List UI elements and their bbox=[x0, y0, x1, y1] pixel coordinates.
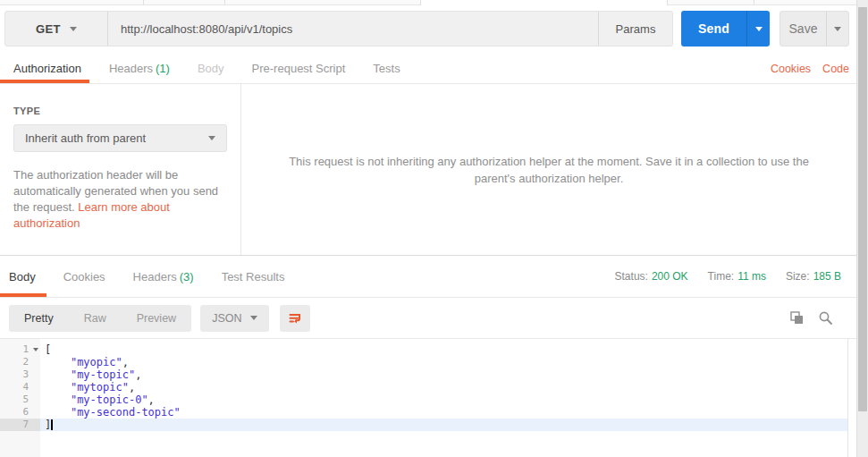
code-line[interactable]: 1 [ bbox=[0, 343, 847, 356]
method-label: GET bbox=[36, 22, 61, 36]
line-number: 6 bbox=[0, 406, 40, 419]
vertical-scrollbar[interactable] bbox=[856, 0, 868, 457]
status-value: 200 OK bbox=[652, 270, 688, 283]
code-line-active[interactable]: 7 ] bbox=[0, 419, 847, 431]
tab-bar-remnant bbox=[0, 0, 856, 5]
tab-divider bbox=[224, 0, 225, 4]
response-toolbar: Pretty Raw Preview JSON bbox=[0, 298, 856, 339]
response-tab-test-results[interactable]: Test Results bbox=[222, 270, 285, 284]
active-tab-remnant bbox=[420, 0, 668, 5]
response-tab-body[interactable]: Body bbox=[9, 270, 36, 284]
response-headers-count-badge: (3) bbox=[180, 270, 194, 284]
tab-divider bbox=[143, 0, 144, 4]
auth-help-text: The authorization header will be automat… bbox=[13, 167, 226, 232]
line-number: 4 bbox=[0, 381, 40, 394]
chevron-down-icon bbox=[250, 316, 257, 320]
size-value: 185 B bbox=[813, 270, 841, 283]
response-tab-cookies[interactable]: Cookies bbox=[63, 270, 105, 284]
tab-tests[interactable]: Tests bbox=[373, 62, 400, 75]
view-mode-preview[interactable]: Preview bbox=[122, 305, 191, 332]
response-panel: Body Cookies Headers(3) Test Results Sta… bbox=[0, 255, 856, 457]
code-line[interactable]: 5 "my-topic-0", bbox=[0, 394, 847, 406]
url-input[interactable] bbox=[108, 12, 598, 46]
time-badge: Time:11 ms bbox=[708, 270, 766, 283]
scrollbar-thumb[interactable] bbox=[858, 7, 867, 411]
code-line[interactable]: 4 "mytopic", bbox=[0, 381, 847, 394]
wrap-lines-button[interactable] bbox=[280, 305, 310, 332]
inherit-auth-message: This request is not inheriting any autho… bbox=[284, 153, 813, 187]
line-number-text: 1 bbox=[22, 343, 29, 355]
cookies-code-links: Cookies Code bbox=[771, 63, 849, 75]
auth-type-value: Inherit auth from parent bbox=[25, 131, 208, 145]
view-mode-pretty[interactable]: Pretty bbox=[9, 305, 69, 332]
send-button[interactable]: Send bbox=[681, 11, 770, 47]
code-text: [ bbox=[40, 343, 51, 356]
time-value: 11 ms bbox=[737, 270, 766, 283]
request-tabs: Authorization Headers(1) Body Pre-reques… bbox=[0, 54, 856, 84]
tab-body[interactable]: Body bbox=[198, 62, 224, 75]
params-button[interactable]: Params bbox=[598, 12, 672, 46]
tab-divider bbox=[754, 0, 754, 4]
status-label: Status: bbox=[615, 270, 648, 283]
code-line[interactable]: 6 "my-second-topic" bbox=[0, 406, 847, 419]
response-body-editor[interactable]: 1 [ 2 "myopic", 3 "my-topic", 4 "mytopic… bbox=[0, 339, 856, 457]
size-label: Size: bbox=[786, 270, 810, 283]
view-mode-raw[interactable]: Raw bbox=[69, 305, 122, 332]
cookies-link[interactable]: Cookies bbox=[771, 63, 811, 75]
code-link[interactable]: Code bbox=[822, 63, 849, 75]
tab-pre-request-script[interactable]: Pre-request Script bbox=[252, 62, 346, 75]
tab-headers-label: Headers bbox=[109, 62, 153, 75]
response-headers-label: Headers bbox=[133, 270, 177, 284]
auth-type-dropdown[interactable]: Inherit auth from parent bbox=[13, 124, 227, 152]
format-value: JSON bbox=[212, 312, 241, 325]
request-url-bar: GET Params bbox=[4, 11, 673, 47]
chevron-down-icon bbox=[755, 27, 763, 31]
fold-icon[interactable] bbox=[33, 348, 38, 351]
line-number: 1 bbox=[0, 343, 40, 356]
send-options-dropdown[interactable] bbox=[746, 11, 770, 47]
line-number: 3 bbox=[0, 368, 40, 381]
size-badge: Size:185 B bbox=[786, 270, 841, 283]
code-text: "mytopic", bbox=[40, 381, 135, 394]
search-icon[interactable] bbox=[818, 310, 833, 326]
code-line[interactable]: 3 "my-topic", bbox=[0, 368, 847, 381]
authorization-panel: TYPE Inherit auth from parent The author… bbox=[0, 84, 856, 255]
save-button[interactable]: Save bbox=[780, 11, 849, 47]
code-text: "myopic", bbox=[40, 356, 129, 368]
editor-right-edge bbox=[847, 339, 848, 457]
chevron-down-icon bbox=[70, 27, 77, 31]
active-response-tab-underline bbox=[0, 293, 46, 297]
method-dropdown[interactable]: GET bbox=[5, 12, 108, 46]
active-tab-underline bbox=[0, 80, 89, 83]
format-dropdown[interactable]: JSON bbox=[200, 305, 269, 332]
send-button-label: Send bbox=[681, 11, 746, 47]
line-number: 5 bbox=[0, 394, 40, 406]
copy-icon[interactable] bbox=[789, 310, 805, 326]
response-tools bbox=[789, 310, 833, 326]
tab-headers[interactable]: Headers(1) bbox=[109, 62, 170, 75]
code-text: "my-topic", bbox=[40, 368, 141, 381]
line-number: 7 bbox=[0, 419, 40, 431]
tab-authorization[interactable]: Authorization bbox=[13, 62, 81, 75]
response-tabs: Body Cookies Headers(3) Test Results Sta… bbox=[0, 256, 856, 298]
save-options-dropdown[interactable] bbox=[826, 12, 848, 46]
text-cursor bbox=[51, 419, 53, 430]
auth-type-column: TYPE Inherit auth from parent The author… bbox=[0, 84, 241, 255]
line-number: 2 bbox=[0, 356, 40, 368]
code-text: "my-second-topic" bbox=[40, 406, 181, 419]
headers-count-badge: (1) bbox=[156, 62, 170, 75]
response-meta: Status:200 OK Time:11 ms Size:185 B bbox=[615, 256, 841, 297]
auth-message-area: This request is not inheriting any autho… bbox=[241, 84, 856, 255]
time-label: Time: bbox=[708, 270, 735, 283]
code-lines: 1 [ 2 "myopic", 3 "my-topic", 4 "mytopic… bbox=[0, 343, 847, 431]
status-badge: Status:200 OK bbox=[615, 270, 688, 283]
response-tab-headers[interactable]: Headers(3) bbox=[133, 270, 194, 284]
code-text: "my-topic-0", bbox=[40, 394, 155, 406]
chevron-down-icon bbox=[208, 136, 215, 140]
code-text: ] bbox=[40, 419, 53, 431]
code-line[interactable]: 2 "myopic", bbox=[0, 356, 847, 368]
chevron-down-icon bbox=[834, 27, 841, 31]
wrap-lines-icon bbox=[288, 311, 302, 326]
view-mode-switcher: Pretty Raw Preview bbox=[9, 305, 191, 332]
type-label: TYPE bbox=[13, 106, 227, 116]
